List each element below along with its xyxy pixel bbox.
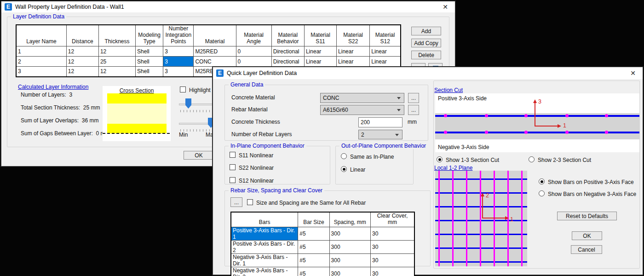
- row-header[interactable]: Negative 3-Axis Bars - Dir. 2: [231, 267, 298, 276]
- cell[interactable]: 3: [16, 67, 66, 77]
- cell[interactable]: 300: [329, 267, 370, 276]
- cell[interactable]: #5: [298, 241, 329, 254]
- rebar-row-1: Positive 3-Axis Bars - Dir. 1 #5 300 30: [231, 227, 414, 241]
- selected-row-header[interactable]: Positive 3-Axis Bars - Dir. 1: [231, 227, 298, 241]
- cell[interactable]: 30: [370, 254, 414, 267]
- cell[interactable]: 0: [236, 46, 271, 57]
- cell[interactable]: #5: [298, 227, 329, 241]
- concrete-thickness-input[interactable]: 200: [358, 117, 402, 127]
- cell[interactable]: 30: [370, 267, 414, 276]
- rebar-dot: [605, 131, 608, 134]
- show-23-section-cut-radio[interactable]: [529, 156, 535, 162]
- quick-layer-dialog: E Quick Layer Definition Data ✕ General …: [213, 67, 643, 275]
- col-header: Material Angle: [236, 25, 271, 46]
- cell[interactable]: 30: [370, 241, 414, 254]
- cell[interactable]: CONC: [194, 57, 236, 67]
- cell[interactable]: 300: [329, 241, 370, 254]
- linear-radio[interactable]: [341, 166, 347, 172]
- rebar-dot: [444, 114, 447, 117]
- rebar-browse-button[interactable]: ...: [230, 197, 242, 207]
- rebar-material-browse-button[interactable]: ...: [408, 105, 419, 115]
- cell[interactable]: 1: [16, 46, 66, 57]
- quick-dialog-titlebar[interactable]: E Quick Layer Definition Data ✕: [213, 67, 643, 79]
- rebar-row-3: Negative 3-Axis Bars - Dir. 1 #5 300 30: [231, 254, 414, 267]
- section-cut-link[interactable]: Section Cut: [434, 87, 463, 93]
- same-as-in-plane-radio[interactable]: [341, 153, 347, 159]
- quick-cancel-button[interactable]: Cancel: [571, 245, 602, 254]
- app-icon-letter: E: [218, 70, 222, 76]
- cell[interactable]: Shell: [136, 67, 163, 77]
- cell[interactable]: 30: [370, 227, 414, 241]
- cell[interactable]: Linear: [304, 57, 336, 67]
- cell[interactable]: 3: [163, 67, 194, 77]
- row-header[interactable]: Negative 3-Axis Bars - Dir. 1: [231, 254, 298, 267]
- s11-nonlinear-checkbox[interactable]: [230, 152, 236, 158]
- layer-band-2: [107, 104, 167, 124]
- wall-ok-button[interactable]: OK: [184, 151, 214, 160]
- cell[interactable]: Directional: [271, 57, 304, 67]
- cell[interactable]: Linear: [370, 57, 401, 67]
- cell[interactable]: M25RED: [194, 46, 236, 57]
- add-copy-button[interactable]: Add Copy: [411, 39, 441, 47]
- highlight-checkbox[interactable]: [180, 86, 186, 92]
- show-13-section-cut-radio[interactable]: [437, 156, 443, 162]
- same-size-spacing-checkbox[interactable]: [247, 199, 253, 205]
- col-header: Bars: [231, 212, 298, 227]
- close-icon[interactable]: ✕: [626, 67, 640, 79]
- close-icon[interactable]: ✕: [438, 1, 452, 12]
- cell[interactable]: Shell: [136, 57, 163, 67]
- cell[interactable]: 300: [329, 227, 370, 241]
- row-header[interactable]: Positive 3-Axis Bars - Dir. 2: [231, 241, 298, 254]
- show-bars-positive-face-radio[interactable]: [539, 178, 545, 184]
- rebar-material-dropdown[interactable]: A615Gr60: [320, 105, 404, 115]
- cell[interactable]: 2: [16, 57, 66, 67]
- s11-nonlinear-label: S11 Nonlinear: [239, 152, 273, 159]
- cell[interactable]: 12: [98, 46, 135, 57]
- concrete-material-browse-button[interactable]: ...: [408, 93, 419, 103]
- cell[interactable]: 12: [66, 46, 98, 57]
- rebar-layers-dropdown[interactable]: 2: [358, 130, 402, 139]
- app-icon-letter: E: [6, 4, 10, 10]
- cell[interactable]: #5: [298, 267, 329, 276]
- cell[interactable]: Linear: [337, 46, 370, 57]
- cell[interactable]: 300: [329, 254, 370, 267]
- cell[interactable]: 12: [98, 67, 135, 77]
- cell[interactable]: Directional: [271, 46, 304, 57]
- col-header: Thickness: [98, 25, 135, 46]
- s22-nonlinear-checkbox[interactable]: [230, 164, 236, 170]
- cell[interactable]: 12: [66, 57, 98, 67]
- concrete-material-dropdown[interactable]: CONC: [320, 93, 404, 103]
- cell[interactable]: #5: [298, 254, 329, 267]
- cell[interactable]: 0: [236, 57, 271, 67]
- local-12-plane-link[interactable]: Local 1-2 Plane: [434, 165, 472, 171]
- rebar-row-4: Negative 3-Axis Bars - Dir. 2 #5 300 30: [231, 267, 414, 276]
- reset-to-defaults-button[interactable]: Reset to Defaults: [557, 212, 617, 220]
- calculated-layer-info-link[interactable]: Calculated Layer Information: [18, 84, 88, 90]
- cell[interactable]: Linear: [370, 46, 401, 57]
- selected-cell[interactable]: 3: [163, 57, 194, 67]
- rebar-group-label: Rebar Size, Spacing and Clear Cover: [229, 187, 324, 194]
- concrete-thickness-label: Concrete Thickness: [231, 119, 280, 125]
- rebar-dot: [565, 131, 569, 134]
- overlaps-value: 36 mm: [82, 117, 99, 124]
- cell[interactable]: Linear: [304, 46, 336, 57]
- show-bars-negative-face-label: Show Bars on Negative 3-Axis Face: [548, 191, 636, 197]
- rebar-dot: [485, 131, 488, 134]
- s12-nonlinear-checkbox[interactable]: [230, 177, 236, 183]
- s22-nonlinear-label: S22 Nonlinear: [239, 165, 274, 171]
- quick-ok-button[interactable]: OK: [572, 231, 602, 240]
- cell[interactable]: 3: [163, 46, 194, 57]
- show-13-section-cut-label: Show 1-3 Section Cut: [446, 157, 499, 163]
- rebar-table-header-row: Bars Bar Size Spacing, mm Clear Cover, m…: [231, 212, 414, 227]
- cell[interactable]: Shell: [136, 46, 163, 57]
- rebar-layers-value: 2: [361, 132, 364, 138]
- cell[interactable]: 12: [66, 67, 98, 77]
- delete-button[interactable]: Delete: [411, 51, 441, 59]
- wall-dialog-titlebar[interactable]: E Wall Property Layer Definition Data - …: [1, 1, 455, 12]
- show-bars-negative-face-radio[interactable]: [539, 190, 545, 196]
- add-button[interactable]: Add: [411, 27, 441, 35]
- col-header: Spacing, mm: [329, 212, 370, 227]
- cell[interactable]: 25: [98, 57, 135, 67]
- cell[interactable]: Linear: [337, 57, 370, 67]
- concrete-thickness-unit: mm: [408, 119, 417, 125]
